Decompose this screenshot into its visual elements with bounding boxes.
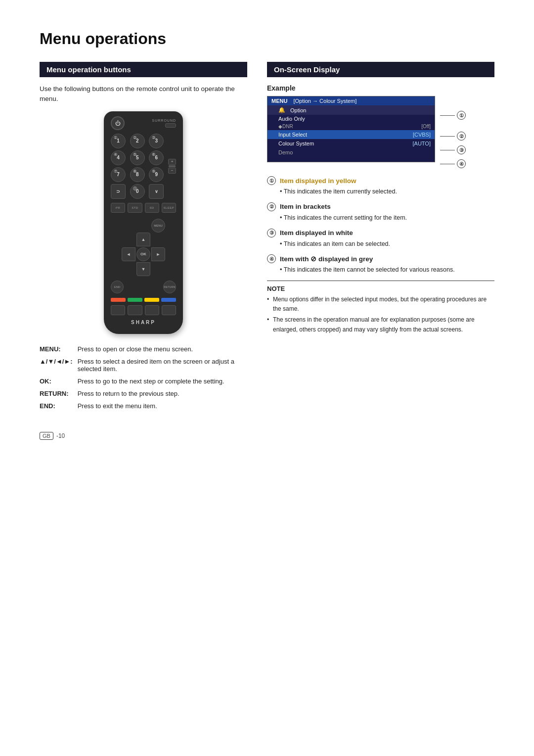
green-button[interactable] (128, 298, 142, 302)
key-arrows-desc: Press to select a desired item on the sc… (78, 355, 247, 375)
surround-label: SURROUND (152, 119, 176, 122)
callout-line-3 (440, 150, 455, 150)
num-8-button[interactable]: ⑧8 (130, 167, 145, 182)
osd-menu-text: MENU (271, 98, 287, 104)
spacer (138, 281, 148, 293)
desc-title-2: Item in brackets (280, 203, 331, 210)
osd-topbar: MENU [Option → Colour System] (267, 96, 435, 105)
osd-colour-system-value: [AUTO] (413, 141, 431, 146)
num-9-button[interactable]: ⑨9 (149, 167, 164, 182)
key-descriptions: MENU: Press to open or close the menu sc… (40, 343, 247, 412)
dpad-down-button[interactable]: ▼ (136, 262, 150, 276)
desc-item-4: ④ Item with ⊘ displayed in grey This ind… (267, 254, 494, 275)
std-button[interactable]: STD (128, 203, 142, 213)
key-ok: OK: Press to go to the next step or comp… (40, 375, 247, 387)
key-ok-desc: Press to go to the next step or complete… (78, 375, 247, 387)
numpad: ①1 ②2 ③3 ④4 ⑤5 ⑥6 ⑦7 ⑧8 ⑨9 ⊃ ⓪0 ∨ (111, 134, 166, 199)
left-column: Menu operation buttons Use the following… (40, 62, 247, 412)
callout-3: ③ (440, 145, 466, 154)
note-2: The screens in the operation manual are … (267, 315, 494, 334)
power-button[interactable]: ⏻ (111, 116, 125, 130)
num-7-button[interactable]: ⑦7 (111, 167, 126, 182)
desc-title-1: Item displayed in yellow (280, 177, 356, 185)
misc-1-button[interactable]: ⊃ (111, 184, 126, 199)
right-column: On-Screen Display Example MENU [Option →… (267, 62, 494, 336)
end-return-row: END RETURN (111, 281, 176, 293)
desc-bullet-4: This indicates the item cannot be select… (280, 265, 494, 275)
callout-line-4 (440, 164, 455, 164)
desc-bullet-1: This indicates the item currently select… (280, 187, 494, 196)
dpad-up-button[interactable]: ▲ (136, 233, 150, 246)
osd-option-icon: 🔔 (278, 107, 285, 113)
callout-line-2 (440, 136, 455, 137)
dpad-area: MENU ▲ ◄ OK ► ▼ (122, 219, 165, 276)
callout-2: ② (440, 132, 466, 141)
osd-screen: MENU [Option → Colour System] 🔔 Option A… (267, 96, 435, 162)
key-return-label: RETURN: (40, 387, 78, 400)
vol-divider (169, 165, 176, 167)
osd-area: MENU [Option → Colour System] 🔔 Option A… (267, 96, 494, 169)
num-1-button[interactable]: ①1 (111, 134, 126, 148)
left-section-desc: Use the following buttons on the remote … (40, 84, 247, 104)
num-6-button[interactable]: ⑥6 (149, 150, 164, 165)
desc-num-4: ④ (267, 254, 276, 263)
bottom-btn-2[interactable] (128, 305, 142, 315)
yellow-button[interactable] (144, 298, 159, 302)
end-button[interactable]: END (111, 281, 124, 293)
dpad-right-button[interactable]: ► (151, 247, 165, 261)
num-2-button[interactable]: ②2 (130, 134, 145, 148)
ok-button[interactable]: OK (136, 247, 150, 261)
bottom-btn-3[interactable] (145, 305, 159, 315)
remote-control: ⏻ SURROUND ①1 ②2 ③3 ④4 ⑤5 ⑥6 ⑦ (104, 111, 183, 334)
bottom-btn-1[interactable] (111, 305, 125, 315)
page-number-area: GB -10 (40, 432, 494, 440)
sd-button[interactable]: SD (145, 203, 159, 213)
right-section-header: On-Screen Display (267, 62, 494, 77)
vol-up-button[interactable]: + (168, 159, 176, 165)
desc-item-3: ③ Item displayed in white This indicates… (267, 229, 494, 249)
osd-audio-only: Audio Only (267, 115, 435, 123)
vol-down-button[interactable]: − (168, 168, 176, 174)
num-3-button[interactable]: ③3 (149, 134, 164, 148)
red-button[interactable] (111, 298, 126, 302)
num-4-button[interactable]: ④4 (111, 150, 126, 165)
callout-num-1: ① (457, 111, 466, 120)
misc-2-button[interactable]: ∨ (149, 184, 164, 199)
osd-audio-text: Audio Only (278, 116, 305, 122)
menu-button[interactable]: MENU (151, 219, 165, 233)
desc-item-1: ① Item displayed in yellow This indicate… (267, 176, 494, 196)
desc-item-2: ② Item in brackets This indicates the cu… (267, 202, 494, 223)
key-arrows: ▲/▼/◄/►: Press to select a desired item … (40, 355, 247, 375)
return-button[interactable]: RETURN (163, 281, 176, 293)
page-badge: GB (40, 432, 53, 440)
dpad-empty-br (151, 262, 165, 276)
osd-dnr-right: [Off] (421, 124, 431, 129)
osd-input-select-value: [CVBS] (413, 132, 431, 138)
sleep-button[interactable]: SLEEP (162, 203, 176, 213)
bottom-btn-4[interactable] (162, 305, 176, 315)
osd-dnr-row: ◆DNR [Off] (267, 123, 435, 130)
key-return: RETURN: Press to return to the previous … (40, 387, 247, 400)
desc-num-2: ② (267, 202, 276, 211)
desc-title-3: Item displayed in white (280, 229, 353, 236)
surround-button[interactable] (165, 123, 176, 128)
num-5-button[interactable]: ⑤5 (130, 150, 145, 165)
callout-num-2: ② (457, 132, 466, 141)
desc-title-4: Item with ⊘ displayed in grey (280, 255, 373, 263)
pr-minus-button[interactable]: PR (111, 203, 125, 213)
dpad-empty-tl (122, 233, 135, 246)
osd-option-text: Option (290, 107, 306, 113)
callout-numbers: ① ② ③ ④ (440, 96, 466, 168)
num-0-button[interactable]: ⓪0 (130, 184, 145, 199)
volume-col: + − (168, 159, 176, 174)
osd-colour-system-row: Colour System [AUTO] (267, 139, 435, 148)
note-1: Menu options differ in the selected inpu… (267, 295, 494, 314)
callout-num-4: ④ (457, 159, 466, 168)
dpad-empty-tr (151, 233, 165, 246)
blue-button[interactable] (161, 298, 176, 302)
desc-num-1: ① (267, 176, 276, 185)
osd-option-row: 🔔 Option (267, 105, 435, 115)
dpad-left-button[interactable]: ◄ (122, 247, 135, 261)
osd-dnr-text: ◆DNR (278, 124, 293, 129)
osd-topbar-path: [Option → Colour System] (290, 98, 356, 104)
